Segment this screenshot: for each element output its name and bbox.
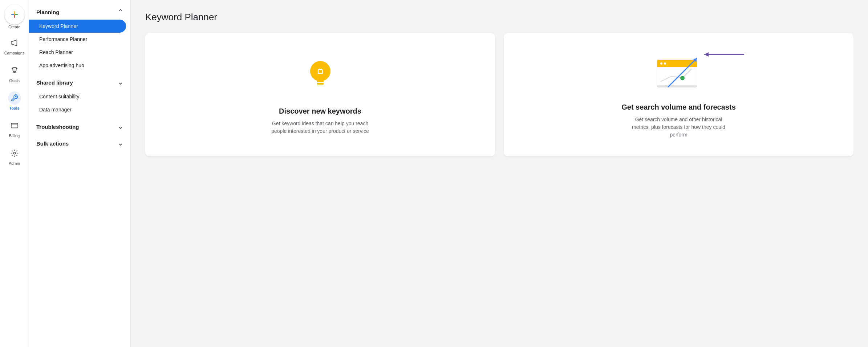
svg-point-5 (13, 152, 16, 154)
discover-keywords-title: Discover new keywords (279, 107, 361, 115)
planning-items: Keyword Planner Performance Planner Reac… (29, 20, 130, 72)
troubleshooting-chevron-icon: ⌄ (118, 123, 123, 131)
creditcard-icon-wrap (8, 119, 21, 132)
svg-point-15 (660, 62, 662, 65)
campaigns-label: Campaigns (4, 51, 25, 55)
shared-library-chevron-icon: ⌄ (118, 78, 123, 86)
svg-point-19 (680, 76, 685, 80)
sidebar-item-tools[interactable]: Tools (1, 88, 28, 114)
sidebar-item-campaigns[interactable]: Campaigns (1, 33, 28, 59)
svg-rect-18 (657, 85, 697, 87)
create-label[interactable]: Create (1, 25, 28, 31)
bulk-actions-section-label: Bulk actions (36, 140, 69, 147)
bulk-actions-section-header[interactable]: Bulk actions ⌄ (29, 136, 130, 151)
discover-keywords-card[interactable]: Discover new keywords Get keyword ideas … (145, 33, 495, 156)
main-content: Keyword Planner (131, 0, 868, 347)
search-volume-forecasts-card[interactable]: Get search volume and forecasts Get sear… (504, 33, 853, 156)
megaphone-icon-wrap (8, 36, 21, 49)
search-volume-description: Get search volume and other historical m… (628, 116, 730, 139)
sidebar-item-goals[interactable]: Goals (1, 60, 28, 86)
shared-library-section-label: Shared library (36, 79, 73, 86)
troubleshooting-section-label: Troubleshooting (36, 124, 79, 130)
sidebar-item-keyword-planner[interactable]: Keyword Planner (29, 20, 126, 33)
page-title: Keyword Planner (145, 12, 853, 23)
shared-library-section-header[interactable]: Shared library ⌄ (29, 75, 130, 90)
sidebar-item-content-suitability[interactable]: Content suitability (29, 90, 126, 103)
shared-library-items: Content suitability Data manager (29, 90, 130, 116)
sidebar: Planning ⌃ Keyword Planner Performance P… (29, 0, 131, 347)
svg-rect-4 (11, 123, 17, 128)
svg-rect-10 (317, 80, 324, 82)
create-button[interactable] (4, 4, 25, 25)
creditcard-icon (11, 122, 19, 130)
svg-rect-11 (317, 83, 324, 85)
purple-arrow-annotation (701, 47, 773, 62)
troubleshooting-section-header[interactable]: Troubleshooting ⌄ (29, 119, 130, 134)
svg-point-6 (310, 61, 330, 81)
icon-nav: Create Campaigns Goals Tools (0, 0, 29, 347)
svg-point-16 (664, 62, 666, 65)
trophy-icon-wrap (8, 64, 21, 77)
megaphone-icon (11, 39, 19, 47)
sidebar-item-reach-planner[interactable]: Reach Planner (29, 46, 126, 59)
plus-icon (10, 10, 19, 19)
planning-chevron-up-icon: ⌃ (118, 8, 123, 16)
gear-icon (11, 149, 19, 157)
sidebar-item-billing[interactable]: Billing (1, 115, 28, 142)
chart-icon (650, 53, 708, 93)
svg-marker-23 (704, 52, 709, 57)
planning-section-label: Planning (36, 9, 59, 15)
goals-label: Goals (9, 78, 20, 83)
search-volume-title: Get search volume and forecasts (621, 103, 736, 111)
discover-keywords-icon-area (306, 55, 335, 98)
gear-icon-wrap (8, 147, 21, 160)
lightbulb-icon (306, 57, 335, 95)
billing-label: Billing (9, 134, 20, 138)
wrench-icon (11, 94, 19, 102)
wrench-icon-wrap (8, 91, 21, 105)
admin-label: Admin (9, 161, 20, 166)
tools-label: Tools (9, 106, 20, 110)
search-volume-icon-area (650, 51, 708, 94)
bulk-actions-chevron-icon: ⌄ (118, 139, 123, 147)
planning-section-header[interactable]: Planning ⌃ (29, 4, 130, 20)
sidebar-item-data-manager[interactable]: Data manager (29, 103, 126, 116)
sidebar-item-performance-planner[interactable]: Performance Planner (29, 33, 126, 46)
trophy-icon (11, 66, 19, 74)
sidebar-item-app-advertising-hub[interactable]: App advertising hub (29, 59, 126, 72)
sidebar-item-admin[interactable]: Admin (1, 143, 28, 169)
cards-row: Discover new keywords Get keyword ideas … (145, 33, 853, 156)
discover-keywords-description: Get keyword ideas that can help you reac… (269, 120, 371, 135)
